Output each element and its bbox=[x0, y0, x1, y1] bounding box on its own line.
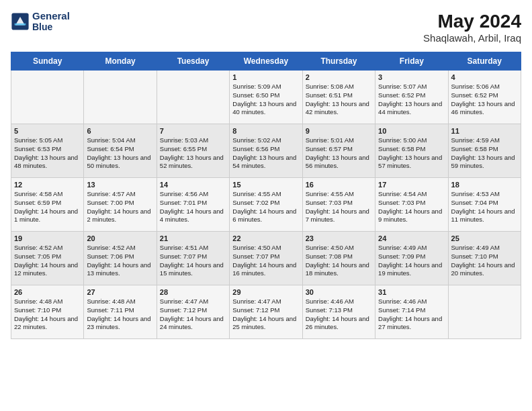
calendar-week-row: 5Sunrise: 5:05 AM Sunset: 6:53 PM Daylig… bbox=[11, 124, 521, 178]
calendar-cell: 27Sunrise: 4:48 AM Sunset: 7:11 PM Dayli… bbox=[84, 285, 157, 339]
calendar-cell: 28Sunrise: 4:47 AM Sunset: 7:12 PM Dayli… bbox=[157, 285, 229, 339]
calendar-week-row: 1Sunrise: 5:09 AM Sunset: 6:50 PM Daylig… bbox=[11, 71, 521, 124]
day-number: 16 bbox=[306, 181, 372, 189]
logo-icon bbox=[11, 12, 30, 31]
calendar-cell bbox=[448, 285, 521, 339]
calendar-cell: 7Sunrise: 5:03 AM Sunset: 6:55 PM Daylig… bbox=[157, 124, 229, 178]
day-number: 23 bbox=[306, 234, 372, 242]
day-number: 28 bbox=[160, 288, 226, 296]
calendar-cell: 18Sunrise: 4:53 AM Sunset: 7:04 PM Dayli… bbox=[448, 178, 521, 232]
calendar-cell: 25Sunrise: 4:49 AM Sunset: 7:10 PM Dayli… bbox=[448, 232, 521, 285]
day-number: 22 bbox=[232, 234, 299, 242]
calendar-cell: 14Sunrise: 4:56 AM Sunset: 7:01 PM Dayli… bbox=[157, 178, 229, 232]
day-number: 14 bbox=[160, 181, 226, 189]
calendar-week-row: 26Sunrise: 4:48 AM Sunset: 7:10 PM Dayli… bbox=[11, 285, 521, 339]
calendar-cell: 21Sunrise: 4:51 AM Sunset: 7:07 PM Dayli… bbox=[157, 232, 229, 285]
day-info: Sunrise: 4:49 AM Sunset: 7:09 PM Dayligh… bbox=[378, 244, 445, 278]
calendar-cell: 6Sunrise: 5:04 AM Sunset: 6:54 PM Daylig… bbox=[84, 124, 157, 178]
day-info: Sunrise: 5:08 AM Sunset: 6:51 PM Dayligh… bbox=[306, 83, 372, 117]
day-number: 3 bbox=[378, 73, 445, 81]
weekday-header-row: SundayMondayTuesdayWednesdayThursdayFrid… bbox=[11, 52, 521, 71]
day-info: Sunrise: 4:59 AM Sunset: 6:58 PM Dayligh… bbox=[451, 136, 518, 171]
calendar-cell: 12Sunrise: 4:58 AM Sunset: 6:59 PM Dayli… bbox=[11, 178, 84, 232]
logo-line2: Blue bbox=[32, 22, 70, 32]
day-info: Sunrise: 5:03 AM Sunset: 6:55 PM Dayligh… bbox=[160, 136, 226, 171]
day-info: Sunrise: 4:50 AM Sunset: 7:08 PM Dayligh… bbox=[306, 244, 372, 278]
calendar-subtitle: Shaqlawah, Arbil, Iraq bbox=[423, 32, 521, 44]
day-info: Sunrise: 5:07 AM Sunset: 6:52 PM Dayligh… bbox=[378, 83, 445, 117]
weekday-header-friday: Friday bbox=[375, 52, 448, 71]
day-info: Sunrise: 4:48 AM Sunset: 7:10 PM Dayligh… bbox=[14, 298, 81, 332]
calendar-cell: 10Sunrise: 5:00 AM Sunset: 6:58 PM Dayli… bbox=[375, 124, 448, 178]
logo-text: General Blue bbox=[32, 11, 70, 32]
calendar-cell: 31Sunrise: 4:46 AM Sunset: 7:14 PM Dayli… bbox=[375, 285, 448, 339]
page-header: General Blue May 2024 Shaqlawah, Arbil, … bbox=[11, 11, 521, 44]
day-info: Sunrise: 4:55 AM Sunset: 7:02 PM Dayligh… bbox=[232, 190, 299, 224]
day-number: 2 bbox=[306, 73, 372, 81]
weekday-header-sunday: Sunday bbox=[11, 52, 84, 71]
title-block: May 2024 Shaqlawah, Arbil, Iraq bbox=[423, 11, 521, 44]
day-info: Sunrise: 5:06 AM Sunset: 6:52 PM Dayligh… bbox=[451, 83, 518, 117]
weekday-header-wednesday: Wednesday bbox=[230, 52, 302, 71]
weekday-header-thursday: Thursday bbox=[302, 52, 375, 71]
day-number: 9 bbox=[306, 127, 372, 135]
day-number: 20 bbox=[87, 234, 153, 242]
day-info: Sunrise: 5:04 AM Sunset: 6:54 PM Dayligh… bbox=[87, 136, 153, 171]
svg-rect-2 bbox=[15, 24, 26, 26]
day-info: Sunrise: 4:47 AM Sunset: 7:12 PM Dayligh… bbox=[232, 298, 299, 332]
calendar-cell: 26Sunrise: 4:48 AM Sunset: 7:10 PM Dayli… bbox=[11, 285, 84, 339]
day-info: Sunrise: 5:02 AM Sunset: 6:56 PM Dayligh… bbox=[232, 136, 299, 171]
day-number: 29 bbox=[232, 288, 299, 296]
calendar-cell: 5Sunrise: 5:05 AM Sunset: 6:53 PM Daylig… bbox=[11, 124, 84, 178]
day-number: 21 bbox=[160, 234, 226, 242]
day-number: 17 bbox=[378, 181, 445, 189]
day-info: Sunrise: 4:50 AM Sunset: 7:07 PM Dayligh… bbox=[232, 244, 299, 278]
calendar-cell: 20Sunrise: 4:52 AM Sunset: 7:06 PM Dayli… bbox=[84, 232, 157, 285]
day-info: Sunrise: 4:57 AM Sunset: 7:00 PM Dayligh… bbox=[87, 190, 153, 224]
day-info: Sunrise: 4:54 AM Sunset: 7:03 PM Dayligh… bbox=[378, 190, 445, 224]
calendar-cell: 23Sunrise: 4:50 AM Sunset: 7:08 PM Dayli… bbox=[302, 232, 375, 285]
day-info: Sunrise: 4:48 AM Sunset: 7:11 PM Dayligh… bbox=[87, 298, 153, 332]
day-number: 11 bbox=[451, 127, 518, 135]
calendar-cell bbox=[157, 71, 229, 124]
calendar-cell: 19Sunrise: 4:52 AM Sunset: 7:05 PM Dayli… bbox=[11, 232, 84, 285]
day-number: 13 bbox=[87, 181, 153, 189]
day-number: 15 bbox=[232, 181, 299, 189]
calendar-cell: 22Sunrise: 4:50 AM Sunset: 7:07 PM Dayli… bbox=[230, 232, 302, 285]
day-number: 19 bbox=[14, 234, 81, 242]
day-info: Sunrise: 5:09 AM Sunset: 6:50 PM Dayligh… bbox=[232, 83, 299, 117]
calendar-cell: 17Sunrise: 4:54 AM Sunset: 7:03 PM Dayli… bbox=[375, 178, 448, 232]
logo-line1: General bbox=[32, 11, 70, 22]
day-info: Sunrise: 4:58 AM Sunset: 6:59 PM Dayligh… bbox=[14, 190, 81, 224]
day-info: Sunrise: 4:51 AM Sunset: 7:07 PM Dayligh… bbox=[160, 244, 226, 278]
calendar-cell bbox=[84, 71, 157, 124]
calendar-cell: 3Sunrise: 5:07 AM Sunset: 6:52 PM Daylig… bbox=[375, 71, 448, 124]
calendar-cell: 11Sunrise: 4:59 AM Sunset: 6:58 PM Dayli… bbox=[448, 124, 521, 178]
day-info: Sunrise: 4:49 AM Sunset: 7:10 PM Dayligh… bbox=[451, 244, 518, 278]
calendar-cell: 4Sunrise: 5:06 AM Sunset: 6:52 PM Daylig… bbox=[448, 71, 521, 124]
weekday-header-monday: Monday bbox=[84, 52, 157, 71]
calendar-cell: 8Sunrise: 5:02 AM Sunset: 6:56 PM Daylig… bbox=[230, 124, 302, 178]
day-number: 7 bbox=[160, 127, 226, 135]
calendar-title: May 2024 bbox=[423, 11, 521, 32]
day-info: Sunrise: 5:01 AM Sunset: 6:57 PM Dayligh… bbox=[306, 136, 372, 171]
calendar-cell: 15Sunrise: 4:55 AM Sunset: 7:02 PM Dayli… bbox=[230, 178, 302, 232]
day-number: 1 bbox=[232, 73, 299, 81]
day-info: Sunrise: 4:52 AM Sunset: 7:05 PM Dayligh… bbox=[14, 244, 81, 278]
day-number: 5 bbox=[14, 127, 81, 135]
day-number: 27 bbox=[87, 288, 153, 296]
calendar-cell: 24Sunrise: 4:49 AM Sunset: 7:09 PM Dayli… bbox=[375, 232, 448, 285]
day-number: 31 bbox=[378, 288, 445, 296]
day-number: 10 bbox=[378, 127, 445, 135]
weekday-header-tuesday: Tuesday bbox=[157, 52, 229, 71]
day-number: 18 bbox=[451, 181, 518, 189]
day-info: Sunrise: 4:55 AM Sunset: 7:03 PM Dayligh… bbox=[306, 190, 372, 224]
weekday-header-saturday: Saturday bbox=[448, 52, 521, 71]
calendar-cell bbox=[11, 71, 84, 124]
calendar-cell: 2Sunrise: 5:08 AM Sunset: 6:51 PM Daylig… bbox=[302, 71, 375, 124]
day-number: 30 bbox=[306, 288, 372, 296]
calendar-cell: 1Sunrise: 5:09 AM Sunset: 6:50 PM Daylig… bbox=[230, 71, 302, 124]
calendar-cell: 16Sunrise: 4:55 AM Sunset: 7:03 PM Dayli… bbox=[302, 178, 375, 232]
calendar-table: SundayMondayTuesdayWednesdayThursdayFrid… bbox=[11, 52, 521, 339]
calendar-week-row: 19Sunrise: 4:52 AM Sunset: 7:05 PM Dayli… bbox=[11, 232, 521, 285]
